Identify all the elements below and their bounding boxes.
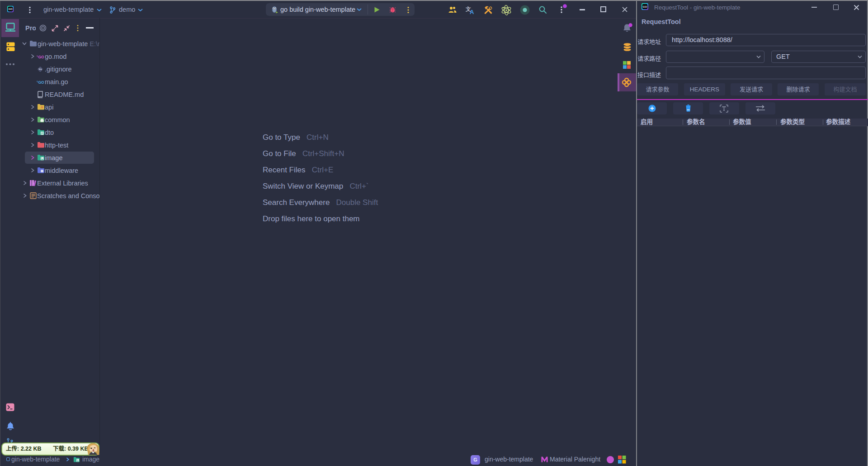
svg-text:GO: GO [9, 8, 13, 10]
svg-text:GO: GO [38, 80, 44, 85]
svg-text:GO: GO [643, 5, 647, 8]
svg-text:GO: GO [38, 55, 44, 59]
